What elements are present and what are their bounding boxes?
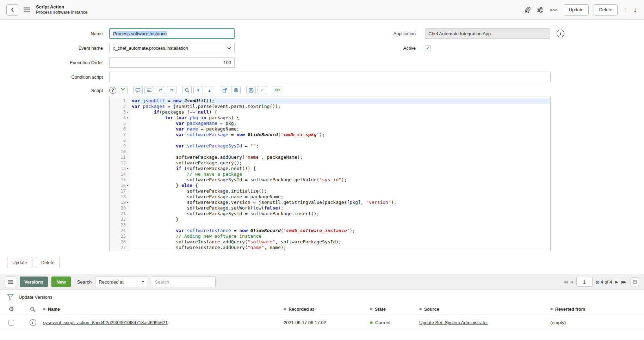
source-link[interactable]: Update Set: System Administrator bbox=[419, 320, 488, 325]
next-page-icon[interactable]: ▶ bbox=[615, 280, 618, 284]
form-header: Script Action Process software Instance … bbox=[0, 0, 644, 20]
event-name-select[interactable]: x_chef_automate.process.installation bbox=[109, 43, 235, 53]
active-checkbox[interactable]: ✓ bbox=[425, 45, 431, 51]
chevron-down-icon bbox=[141, 281, 144, 283]
pop-out-list-icon[interactable] bbox=[631, 278, 639, 286]
fullscreen-icon[interactable] bbox=[220, 86, 229, 94]
version-record-link[interactable]: sysevent_script_action_8acd4f2d2f303010f… bbox=[43, 320, 168, 325]
code-line: softwarePackageSysId = softwarePackage.i… bbox=[132, 211, 550, 217]
condition-script-input[interactable] bbox=[109, 72, 551, 82]
list-search-input[interactable] bbox=[151, 277, 216, 287]
search-column-select[interactable]: Recorded at bbox=[95, 277, 148, 287]
line-number: 12 bbox=[110, 160, 130, 166]
row-checkbox[interactable] bbox=[8, 320, 14, 326]
column-header-state[interactable]: ≡ State bbox=[370, 307, 419, 312]
info-icon[interactable]: i bbox=[30, 319, 36, 326]
replace-icon[interactable]: ⇄ bbox=[156, 86, 165, 94]
help-icon[interactable]: ? bbox=[109, 87, 116, 94]
column-header-reverted-from[interactable]: ≡ Reverted from bbox=[550, 307, 644, 312]
code-line: var softwarePackage = new GlideRecord('c… bbox=[132, 132, 550, 138]
column-menu-icon: ≡ bbox=[419, 307, 422, 312]
tab-versions[interactable]: Versions bbox=[20, 277, 48, 287]
find-previous-icon[interactable]: ▲ bbox=[205, 86, 214, 94]
column-header-recorded-at[interactable]: ≡ Recorded at bbox=[284, 307, 370, 312]
code-area[interactable]: var jsonUtil = new JsonUtil();var packag… bbox=[130, 97, 550, 251]
list-menu-icon[interactable] bbox=[5, 277, 16, 287]
line-number: 15 bbox=[110, 177, 130, 183]
attachment-icon[interactable] bbox=[524, 6, 531, 14]
fold-toggle-icon[interactable]: ▾ bbox=[126, 109, 130, 115]
fold-toggle-icon[interactable]: ▾ bbox=[126, 200, 130, 205]
more-options-icon[interactable]: ooo bbox=[549, 7, 558, 13]
line-number: 23 bbox=[110, 222, 130, 228]
fold-toggle-icon[interactable]: ▾ bbox=[126, 115, 130, 121]
replace-all-icon[interactable]: ⇆ bbox=[167, 86, 177, 94]
save-icon[interactable] bbox=[246, 86, 256, 94]
code-line: if(packages !== null) { bbox=[132, 109, 550, 115]
line-number: 20 bbox=[110, 205, 130, 211]
comment-icon[interactable] bbox=[133, 86, 143, 94]
column-header-name[interactable]: ≡ Name bbox=[43, 307, 284, 312]
footer-update-button[interactable]: Update bbox=[7, 257, 32, 268]
footer-delete-button[interactable]: Delete bbox=[36, 257, 60, 268]
line-number: 18 bbox=[110, 194, 130, 200]
previous-page-icon[interactable]: ◀ bbox=[570, 280, 573, 284]
application-info-icon[interactable]: i bbox=[557, 30, 564, 37]
line-number: 1 bbox=[110, 98, 130, 104]
application-field: Chef Automate Integration App bbox=[425, 28, 550, 39]
filter-icon[interactable] bbox=[7, 294, 14, 300]
scroll-down-icon[interactable]: ↓ bbox=[633, 5, 638, 14]
line-number: 16▾ bbox=[110, 183, 130, 188]
update-button[interactable]: Update bbox=[564, 4, 589, 16]
list-breadcrumb-row: Update Versions bbox=[0, 290, 644, 303]
code-line: softwarePackage.version = jsonUtil.getSt… bbox=[132, 200, 550, 205]
fold-toggle-icon[interactable]: ▾ bbox=[126, 183, 130, 188]
delete-button[interactable]: Delete bbox=[594, 4, 618, 16]
search-column-value: Recorded at bbox=[99, 279, 124, 285]
name-input[interactable]: Process software Instance bbox=[109, 28, 235, 39]
code-line: softwarePackage.initialize(); bbox=[132, 188, 550, 194]
page-number-input[interactable] bbox=[576, 277, 593, 287]
event-name-label: Event name bbox=[0, 45, 109, 51]
code-line: softwareInstance.addQuery("name", name); bbox=[132, 245, 550, 250]
table-row: i sysevent_script_action_8acd4f2d2f30301… bbox=[0, 315, 644, 330]
code-line: var packages = jsonUtil.parse(event.parm… bbox=[132, 104, 550, 109]
new-button[interactable]: New bbox=[51, 277, 71, 287]
breadcrumb[interactable]: Update Versions bbox=[19, 295, 52, 300]
column-header-source[interactable]: ≡ Source bbox=[419, 307, 550, 312]
syntax-check-icon[interactable]: ✓ bbox=[258, 86, 267, 94]
list-search-icon[interactable] bbox=[29, 306, 36, 313]
line-number: 19▾ bbox=[110, 200, 130, 205]
state-cell: Current bbox=[370, 320, 419, 325]
versions-related-list: Versions New Search Recorded at ◀◀ ◀ to … bbox=[0, 274, 644, 330]
find-next-icon[interactable]: ▼ bbox=[193, 86, 203, 94]
record-titles: Script Action Process software Instance bbox=[36, 4, 88, 16]
fold-toggle-icon[interactable]: ▾ bbox=[126, 166, 130, 171]
last-page-icon[interactable]: ▶▶ bbox=[621, 280, 625, 284]
line-number: 9 bbox=[110, 143, 130, 149]
code-line: var softwareInstance = new GlideRecord('… bbox=[132, 228, 550, 233]
back-button[interactable] bbox=[6, 4, 18, 16]
context-menu-icon[interactable] bbox=[23, 6, 31, 13]
scripting-assistant-icon[interactable] bbox=[118, 86, 128, 94]
scroll-up-icon[interactable]: ↑ bbox=[623, 5, 628, 14]
code-gutter[interactable]: 123▾4▾5678910111213▾141516▾171819▾202122… bbox=[110, 97, 130, 251]
condition-script-label: Condition script bbox=[0, 74, 109, 80]
code-line: softwarePackage.setWorkflow(false); bbox=[132, 205, 550, 211]
code-editor[interactable]: 123▾4▾5678910111213▾141516▾171819▾202122… bbox=[109, 97, 551, 251]
execution-order-input[interactable]: 100 bbox=[109, 57, 235, 68]
api-docs-icon[interactable] bbox=[231, 86, 241, 94]
personalize-form-icon[interactable] bbox=[536, 6, 544, 13]
line-number: 17 bbox=[110, 188, 130, 194]
line-number: 2 bbox=[110, 104, 130, 109]
code-line: var packageName = pkg; bbox=[132, 121, 550, 126]
back-icon bbox=[11, 7, 14, 13]
preferences-icon[interactable]: ⚙⚙ bbox=[273, 86, 282, 94]
line-number: 4▾ bbox=[110, 115, 130, 121]
search-icon[interactable] bbox=[182, 86, 192, 94]
gear-icon[interactable]: ⚙ bbox=[8, 305, 14, 314]
active-label: Active bbox=[235, 45, 425, 51]
format-code-icon[interactable] bbox=[144, 86, 154, 94]
first-page-icon[interactable]: ◀◀ bbox=[563, 280, 567, 284]
code-line bbox=[132, 222, 550, 228]
